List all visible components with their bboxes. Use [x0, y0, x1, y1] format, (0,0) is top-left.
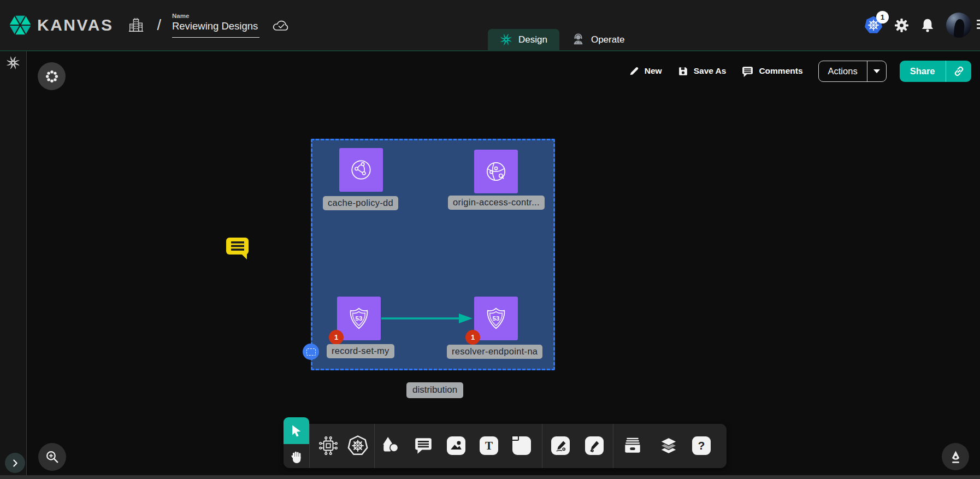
svg-text:53: 53 [356, 315, 363, 322]
drawer-catalog-button[interactable] [622, 435, 644, 457]
group-label: distribution [406, 382, 463, 398]
share-label[interactable]: Share [900, 61, 946, 82]
edge-record-to-resolver[interactable] [381, 311, 474, 326]
pen-mode-button[interactable] [942, 443, 969, 470]
new-button[interactable]: New [628, 66, 662, 77]
breadcrumb-separator: / [157, 17, 161, 34]
node-issue-badge[interactable]: 1 [329, 330, 344, 345]
select-tool-button[interactable] [284, 417, 309, 444]
kubernetes-tool-button[interactable] [347, 435, 369, 457]
save-as-label: Save As [694, 66, 727, 76]
copy-link-button[interactable] [946, 61, 971, 82]
cloud-saved-icon [271, 18, 291, 33]
shapes-icon [381, 436, 401, 456]
pen-path-icon [551, 436, 570, 455]
kanvas-logo-icon[interactable] [8, 13, 33, 38]
comments-button[interactable]: Comments [741, 65, 802, 78]
toolbar-divider [374, 424, 375, 468]
tab-design-label: Design [518, 34, 547, 45]
flower-dots-icon [45, 69, 59, 84]
hamburger-menu-icon[interactable] [977, 20, 980, 29]
image-tool-button[interactable] [445, 435, 467, 457]
user-avatar[interactable] [946, 13, 971, 38]
kanvas-app: KANVAS [0, 0, 980, 479]
toolbar-divider [542, 424, 542, 468]
help-question-icon: ? [692, 436, 711, 455]
pen-nib-icon [948, 450, 963, 464]
shapes-tool-button[interactable] [380, 435, 402, 457]
route53-shield-icon: 53 [346, 306, 371, 331]
kubernetes-context-button[interactable]: 1 [864, 16, 883, 34]
chevron-right-icon [10, 458, 20, 468]
freehand-draw-tool-button[interactable] [583, 435, 605, 457]
zoom-in-magnifier-icon [45, 450, 60, 464]
left-rail [0, 51, 27, 479]
route53-shield-icon: 53 [483, 306, 509, 331]
group-selection-handle[interactable] [303, 344, 319, 360]
node-origin-access-control[interactable] [474, 150, 518, 193]
mode-tabs: Design Operate [488, 29, 636, 50]
actions-dropdown-arrow[interactable] [867, 61, 886, 81]
app-header: KANVAS [0, 0, 980, 51]
save-as-button[interactable]: Save As [677, 66, 727, 77]
pencil-doodle-icon [585, 436, 604, 455]
settings-gear-icon[interactable] [894, 18, 909, 33]
comments-label: Comments [759, 66, 802, 76]
zoom-in-button[interactable] [38, 443, 66, 471]
canvas-quick-actions-button[interactable] [38, 62, 66, 90]
kubernetes-wheel-icon [347, 435, 369, 457]
node-record-set[interactable]: 53 [337, 297, 381, 340]
node-label: resolver-endpoint-na [447, 345, 542, 359]
cursor-arrow-icon [290, 424, 303, 437]
layers-button[interactable] [658, 435, 680, 457]
floppy-disk-icon [677, 66, 689, 77]
expand-sidebar-button[interactable] [5, 453, 25, 473]
node-cache-policy[interactable] [339, 148, 383, 192]
header-right: 1 [864, 0, 971, 50]
design-name-value[interactable]: Reviewing Designs [172, 20, 259, 38]
pencil-icon [628, 66, 640, 77]
pan-tool-button[interactable] [284, 444, 309, 468]
organization-icon[interactable] [127, 16, 145, 34]
node-issue-badge[interactable]: 1 [465, 330, 480, 345]
k8s-context-count-badge: 1 [876, 11, 889, 23]
node-label: origin-access-contr... [448, 196, 545, 210]
sticky-note-icon [512, 436, 531, 455]
text-tool-button[interactable]: T [478, 435, 500, 457]
actions-label[interactable]: Actions [819, 61, 867, 81]
meshery-swirl-icon[interactable] [6, 56, 20, 72]
tab-design[interactable]: Design [488, 29, 559, 50]
help-button[interactable]: ? [690, 435, 712, 457]
toolbar-divider [613, 424, 613, 468]
cloudfront-origin-access-icon [483, 158, 509, 185]
comment-bubble-icon [741, 65, 754, 78]
components-tool-button[interactable] [317, 435, 339, 457]
actions-dropdown-button[interactable]: Actions [818, 61, 887, 82]
design-action-bar: New Save As Comm [628, 60, 971, 82]
design-name-field[interactable]: Name Reviewing Designs [172, 13, 259, 38]
tab-operate[interactable]: Operate [559, 29, 636, 50]
cloudfront-cache-policy-icon [348, 157, 374, 183]
node-resolver-endpoint[interactable]: 53 [474, 297, 518, 340]
text-tool-icon: T [480, 436, 498, 455]
canvas-comment-marker[interactable] [225, 235, 250, 262]
node-label: cache-policy-dd [323, 196, 398, 210]
operate-headset-icon [571, 33, 585, 46]
notifications-bell-icon[interactable] [920, 17, 935, 33]
drawer-archive-icon [622, 435, 643, 456]
hand-icon [290, 450, 303, 463]
comment-tool-button[interactable] [412, 435, 434, 457]
caret-down-icon [873, 69, 880, 73]
layers-icon [658, 435, 679, 456]
share-split-button[interactable]: Share [900, 61, 971, 82]
note-tool-button[interactable] [511, 435, 533, 457]
image-icon [447, 436, 465, 455]
new-label: New [645, 66, 662, 76]
tab-operate-label: Operate [591, 34, 624, 45]
pen-path-tool-button[interactable] [550, 435, 571, 457]
design-swirl-icon [500, 33, 512, 46]
node-label: record-set-my [327, 344, 394, 358]
svg-text:53: 53 [493, 315, 500, 322]
header-left: KANVAS [8, 0, 291, 50]
comment-bubble-icon [414, 436, 433, 456]
